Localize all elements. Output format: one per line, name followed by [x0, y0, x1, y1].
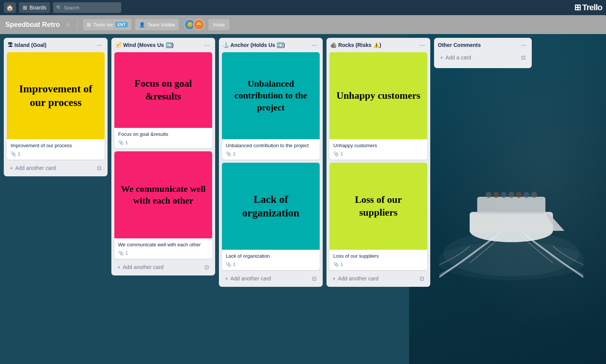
card-unbalanced-body: Unbalanced contribution to the project 📎…: [222, 139, 320, 160]
card-unbalanced-title: Unbalanced contribution to the project: [226, 142, 316, 149]
column-anchor-menu-button[interactable]: ···: [310, 41, 319, 49]
other-add-card-button[interactable]: + Add a card ⊡: [437, 52, 529, 63]
star-button[interactable]: ☆: [64, 20, 72, 29]
card-loss[interactable]: Loss of our suppliers Loss of our suppli…: [330, 163, 427, 270]
card-template-icon: ⊡: [97, 165, 102, 171]
wind-add-card-button[interactable]: + Add another card ⊡: [114, 262, 212, 272]
column-anchor: ⚓ Anchor (Holds Us ➡️) ··· Unbalanced co…: [219, 38, 323, 287]
card-unhappy-cover: Unhappy customers: [330, 52, 427, 139]
attachment-icon-2: 📎: [118, 140, 124, 145]
workspace-button[interactable]: ⊞ Trello Inc ENT: [83, 19, 131, 30]
other-add-card-label: Add a card: [445, 54, 471, 61]
card-unhappy-attachments: 1: [340, 151, 343, 157]
card-loss-attachments: 1: [340, 262, 343, 267]
card-loss-meta: 📎 1: [333, 262, 423, 267]
card-lack-title: Lack of organization: [226, 253, 316, 260]
column-rocks: 🪨 Rocks (Risks ⚠️) ··· Unhappy customers…: [326, 38, 430, 287]
card-template-icon-4: ⊡: [420, 275, 424, 282]
plus-icon-3: +: [225, 275, 228, 282]
column-other: Other Comments ··· + Add a card ⊡: [434, 38, 532, 68]
card-focus-body: Focus on goal &results 📎 1: [114, 128, 212, 148]
add-card-left-4: + Add another card: [333, 275, 379, 282]
card-focus-meta: 📎 1: [118, 140, 208, 145]
card-communicate-title: We communicate well with each other: [118, 241, 208, 248]
anchor-add-card-label: Add another card: [230, 275, 271, 282]
board-title: Speedboat Retro: [5, 21, 60, 29]
search-wrapper: 🔍: [53, 2, 121, 13]
card-communicate-cover: We communicate well with each other: [114, 151, 212, 238]
invite-button[interactable]: Invite: [208, 19, 229, 30]
board-background: 🏝 Island (Goal) ··· Improvement of our p…: [0, 34, 606, 364]
search-input[interactable]: [53, 2, 121, 13]
column-anchor-title: ⚓ Anchor (Holds Us ➡️): [223, 42, 285, 48]
add-card-left-5: + Add a card: [440, 54, 471, 61]
trello-logo-icon: ⊞: [574, 3, 581, 12]
card-communicate-meta: 📎 1: [118, 250, 208, 256]
avatar-2: 😄: [193, 19, 205, 30]
header-divider: [77, 20, 78, 29]
attachment-icon: 📎: [11, 151, 16, 157]
column-wind-title: 🧭 Wind (Moves Us ➡️): [115, 42, 173, 48]
anchor-add-card-button[interactable]: + Add another card ⊡: [222, 273, 320, 284]
card-lack-attachments: 1: [233, 262, 236, 267]
column-rocks-title: 🪨 Rocks (Risks ⚠️): [330, 42, 381, 48]
column-wind-header: 🧭 Wind (Moves Us ➡️) ···: [114, 41, 212, 49]
card-lack[interactable]: Lack of organization Lack of organizatio…: [222, 163, 320, 270]
card-unbalanced[interactable]: Unbalanced contribution to the project U…: [222, 52, 320, 160]
card-improvement-meta: 📎 1: [11, 151, 101, 157]
card-communicate-body: We communicate well with each other 📎 1: [114, 238, 212, 259]
avatars-container: 😊 😄: [184, 19, 205, 30]
board-header: Speedboat Retro ☆ ⊞ Trello Inc ENT 👤 Tea…: [0, 15, 606, 34]
column-rocks-menu-button[interactable]: ···: [418, 41, 426, 49]
boards-grid-icon: ⊞: [23, 5, 27, 11]
topbar: 🏠 ⊞ Boards 🔍 ⊞ Trello: [0, 0, 606, 15]
column-island-menu-button[interactable]: ···: [95, 41, 104, 49]
attachment-icon-5: 📎: [226, 262, 231, 267]
plus-icon-2: +: [117, 264, 120, 270]
card-focus-title: Focus on goal &results: [118, 131, 208, 138]
card-improvement-attachments: 1: [18, 151, 20, 157]
column-anchor-header: ⚓ Anchor (Holds Us ➡️) ···: [222, 41, 320, 49]
card-communicate[interactable]: We communicate well with each other We c…: [114, 151, 212, 259]
island-add-card-button[interactable]: + Add another card ⊡: [7, 163, 105, 173]
card-unhappy-meta: 📎 1: [333, 151, 423, 157]
column-island-header: 🏝 Island (Goal) ···: [7, 41, 105, 49]
trello-logo: ⊞ Trello: [574, 3, 602, 12]
boards-button[interactable]: ⊞ Boards: [19, 2, 50, 13]
rocks-add-card-label: Add another card: [338, 275, 378, 282]
card-improvement-cover: Improvement of our process: [7, 52, 105, 139]
attachment-icon-3: 📎: [118, 250, 124, 256]
card-unhappy-title: Unhappy customers: [333, 142, 423, 149]
card-communicate-attachments: 1: [125, 250, 128, 256]
card-unbalanced-cover: Unbalanced contribution to the project: [222, 52, 320, 139]
add-card-left-2: + Add another card: [117, 264, 164, 270]
card-focus[interactable]: Focus on goal &results Focus on goal &re…: [114, 52, 212, 148]
rocks-add-card-button[interactable]: + Add another card ⊡: [330, 273, 427, 284]
columns-container: 🏝 Island (Goal) ··· Improvement of our p…: [4, 38, 532, 287]
attachment-icon-4: 📎: [226, 151, 231, 157]
boards-label: Boards: [30, 5, 46, 11]
add-card-left-3: + Add another card: [225, 275, 271, 282]
plus-icon: +: [10, 165, 13, 171]
column-other-header: Other Comments ···: [437, 41, 529, 49]
team-visibility-button[interactable]: 👤 Team Visible: [135, 19, 179, 30]
card-template-icon-5: ⊡: [521, 54, 526, 61]
card-unhappy-body: Unhappy customers 📎 1: [330, 139, 427, 160]
team-icon: 👤: [139, 22, 145, 28]
column-wind-menu-button[interactable]: ···: [203, 41, 211, 49]
team-label: Team Visible: [147, 22, 175, 28]
card-loss-cover: Loss of our suppliers: [330, 163, 427, 250]
avatar-1-initials: 😊: [187, 22, 193, 27]
avatar-2-initials: 😄: [196, 22, 202, 27]
trello-logo-text: Trello: [582, 3, 602, 12]
card-unhappy[interactable]: Unhappy customers Unhappy customers 📎 1: [330, 52, 427, 160]
workspace-label: Trello Inc: [93, 22, 113, 28]
column-rocks-header: 🪨 Rocks (Risks ⚠️) ···: [330, 41, 427, 49]
home-button[interactable]: 🏠: [4, 2, 16, 13]
column-other-title: Other Comments: [438, 42, 481, 48]
card-template-icon-3: ⊡: [312, 275, 317, 282]
column-other-menu-button[interactable]: ···: [519, 41, 528, 49]
card-loss-title: Loss of our suppliers: [333, 253, 423, 260]
island-add-card-label: Add another card: [15, 165, 56, 171]
card-improvement[interactable]: Improvement of our process Improvement o…: [7, 52, 105, 160]
